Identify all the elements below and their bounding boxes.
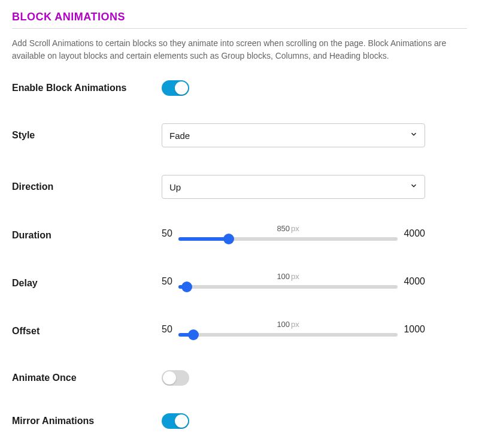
mirror-label: Mirror Animations xyxy=(12,416,162,426)
row-enable-block-animations: Enable Block Animations xyxy=(12,80,467,96)
enable-block-animations-toggle[interactable] xyxy=(162,80,189,96)
row-offset: Offset 50 100px 1000 xyxy=(12,322,467,337)
style-value: Fade xyxy=(169,131,190,141)
style-select[interactable]: Fade xyxy=(162,123,425,147)
duration-label: Duration xyxy=(12,230,162,241)
delay-min: 50 xyxy=(162,276,172,287)
offset-min: 50 xyxy=(162,324,172,335)
row-duration: Duration 50 850px 4000 xyxy=(12,226,467,241)
delay-value-badge: 100px xyxy=(277,272,299,281)
delay-slider[interactable]: 100px xyxy=(178,274,398,289)
direction-label: Direction xyxy=(12,181,162,192)
enable-label: Enable Block Animations xyxy=(12,83,162,93)
delay-label: Delay xyxy=(12,278,162,289)
section-title: BLOCK ANIMATIONS xyxy=(12,11,467,23)
row-direction: Direction Up xyxy=(12,175,467,199)
direction-select[interactable]: Up xyxy=(162,175,425,199)
section-divider xyxy=(12,28,467,29)
offset-slider[interactable]: 100px xyxy=(178,322,398,337)
offset-value-badge: 100px xyxy=(277,320,299,329)
mirror-animations-toggle[interactable] xyxy=(162,413,189,429)
direction-value: Up xyxy=(169,182,181,192)
duration-slider[interactable]: 850px xyxy=(178,226,398,241)
row-mirror-animations: Mirror Animations xyxy=(12,413,467,429)
delay-max: 4000 xyxy=(404,276,425,287)
row-animate-once: Animate Once xyxy=(12,370,467,386)
offset-label: Offset xyxy=(12,326,162,337)
duration-max: 4000 xyxy=(404,228,425,239)
animate-once-toggle[interactable] xyxy=(162,370,189,386)
row-delay: Delay 50 100px 4000 xyxy=(12,274,467,289)
section-description: Add Scroll Animations to certain blocks … xyxy=(12,37,467,62)
offset-max: 1000 xyxy=(404,324,425,335)
animate-once-label: Animate Once xyxy=(12,373,162,383)
row-style: Style Fade xyxy=(12,123,467,147)
duration-value-badge: 850px xyxy=(277,224,299,233)
duration-min: 50 xyxy=(162,228,172,239)
style-label: Style xyxy=(12,130,162,141)
